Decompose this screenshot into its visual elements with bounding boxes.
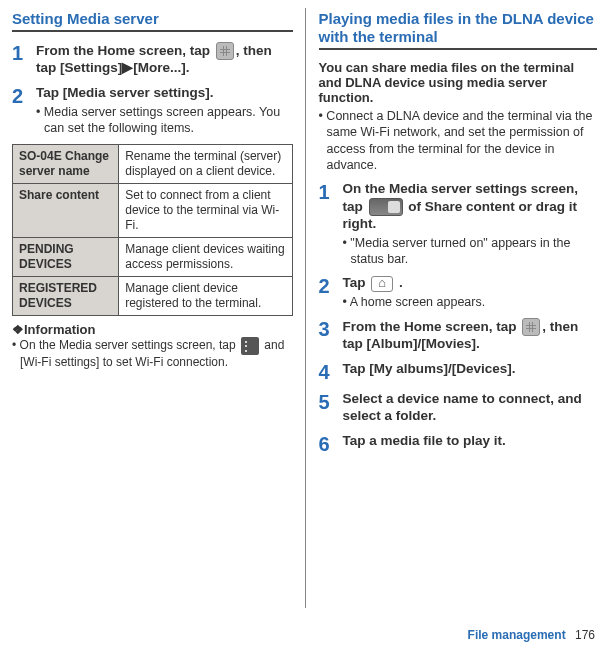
- table-row: SO-04E Change server name Rename the ter…: [13, 145, 293, 184]
- right-column: Playing media files in the DLNA device w…: [305, 0, 610, 648]
- table-desc: Rename the terminal (server) displayed o…: [119, 145, 292, 184]
- step-subtext: "Media server turned on" appears in the …: [343, 235, 598, 268]
- section-intro: You can share media files on the termina…: [319, 60, 598, 105]
- title-underline: [319, 48, 598, 50]
- right-section-title: Playing media files in the DLNA device w…: [319, 10, 598, 46]
- right-step-2: 2 Tap . A home screen appears.: [319, 275, 598, 310]
- step-text: Tap .: [343, 275, 598, 292]
- right-step-1: 1 On the Media server settings screen, t…: [319, 181, 598, 267]
- table-label: PENDING DEVICES: [13, 238, 119, 277]
- right-step-4: 4 Tap [My albums]/[Devices].: [319, 361, 598, 383]
- step-number: 5: [319, 391, 343, 425]
- step-text: From the Home screen, tap , then tap [Al…: [343, 318, 598, 353]
- page-number: 176: [575, 628, 595, 642]
- table-row: REGISTERED DEVICES Manage client device …: [13, 277, 293, 316]
- text-fragment: .: [395, 275, 403, 290]
- note-text: Connect a DLNA device and the terminal v…: [319, 108, 598, 173]
- step-text: Select a device name to connect, and sel…: [343, 391, 598, 425]
- overflow-menu-icon: [241, 337, 259, 355]
- table-label: REGISTERED DEVICES: [13, 277, 119, 316]
- step-text: Tap [My albums]/[Devices].: [343, 361, 598, 378]
- table-label: SO-04E Change server name: [13, 145, 119, 184]
- right-step-5: 5 Select a device name to connect, and s…: [319, 391, 598, 425]
- home-button-icon: [371, 276, 393, 292]
- text-fragment: [More...].: [133, 60, 189, 75]
- step-number: 2: [319, 275, 343, 310]
- table-row: PENDING DEVICES Manage client devices wa…: [13, 238, 293, 277]
- step-number: 1: [12, 42, 36, 77]
- apps-grid-icon: [216, 42, 234, 60]
- step-text: On the Media server settings screen, tap…: [343, 181, 598, 233]
- step-number: 1: [319, 181, 343, 267]
- information-heading: ❖Information: [12, 322, 293, 337]
- right-step-3: 3 From the Home screen, tap , then tap […: [319, 318, 598, 353]
- left-step-1: 1 From the Home screen, tap , then tap […: [12, 42, 293, 77]
- step-subtext: Media server settings screen appears. Yo…: [36, 104, 293, 137]
- settings-table: SO-04E Change server name Rename the ter…: [12, 144, 293, 316]
- text-fragment: On the Media server settings screen, tap: [20, 338, 239, 352]
- step-text: From the Home screen, tap , then tap [Se…: [36, 42, 293, 77]
- step-number: 6: [319, 433, 343, 455]
- text-fragment: From the Home screen, tap: [343, 319, 521, 334]
- footer-section-label: File management: [468, 628, 566, 642]
- toggle-switch-icon: [369, 198, 403, 216]
- arrow-icon: ▶: [122, 60, 133, 75]
- table-desc: Set to connect from a client device to t…: [119, 184, 292, 238]
- table-label: Share content: [13, 184, 119, 238]
- apps-grid-icon: [522, 318, 540, 336]
- left-column: Setting Media server 1 From the Home scr…: [0, 0, 305, 648]
- step-text: Tap a media file to play it.: [343, 433, 598, 450]
- step-subtext: A home screen appears.: [343, 294, 598, 310]
- information-text: On the Media server settings screen, tap…: [12, 337, 293, 371]
- table-desc: Manage client device registered to the t…: [119, 277, 292, 316]
- step-number: 2: [12, 85, 36, 136]
- left-step-2: 2 Tap [Media server settings]. Media ser…: [12, 85, 293, 136]
- step-number: 3: [319, 318, 343, 353]
- text-fragment: From the Home screen, tap: [36, 43, 214, 58]
- page-footer: File management 176: [468, 628, 595, 642]
- right-step-6: 6 Tap a media file to play it.: [319, 433, 598, 455]
- text-fragment: Tap: [343, 275, 370, 290]
- step-text: Tap [Media server settings].: [36, 85, 293, 102]
- title-underline: [12, 30, 293, 32]
- table-row: Share content Set to connect from a clie…: [13, 184, 293, 238]
- step-number: 4: [319, 361, 343, 383]
- left-section-title: Setting Media server: [12, 10, 293, 28]
- table-desc: Manage client devices waiting access per…: [119, 238, 292, 277]
